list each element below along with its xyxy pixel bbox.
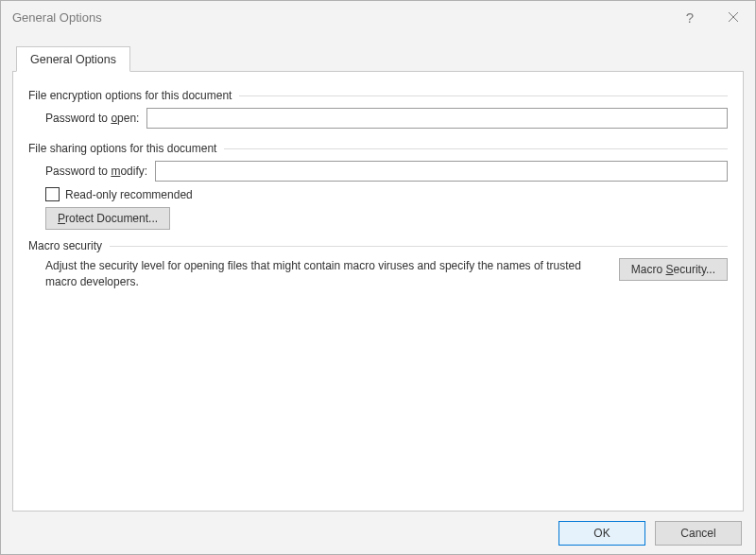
- titlebar: General Options ?: [1, 1, 755, 33]
- readonly-label: Read-only recommended: [65, 188, 193, 201]
- cancel-button[interactable]: Cancel: [655, 521, 742, 546]
- tab-panel: File encryption options for this documen…: [12, 71, 744, 512]
- password-open-row: Password to open:: [45, 108, 728, 129]
- window-title: General Options: [12, 10, 102, 25]
- password-open-input[interactable]: [146, 108, 728, 129]
- readonly-row[interactable]: Read-only recommended: [45, 187, 728, 201]
- dialog-body: General Options File encryption options …: [1, 33, 755, 512]
- password-modify-row: Password to modify:: [45, 161, 728, 182]
- protect-document-button[interactable]: Protect Document...: [45, 207, 170, 230]
- tab-general-options[interactable]: General Options: [16, 46, 130, 72]
- section-macro-heading: Macro security: [28, 239, 728, 252]
- ok-button[interactable]: OK: [558, 521, 645, 546]
- general-options-dialog: General Options ? General Options File e…: [0, 0, 756, 555]
- password-modify-input[interactable]: [155, 161, 728, 182]
- readonly-checkbox[interactable]: [45, 187, 60, 201]
- macro-row: Adjust the security level for opening fi…: [45, 258, 728, 290]
- section-sharing-title: File sharing options for this document: [28, 142, 216, 155]
- section-sharing-heading: File sharing options for this document: [28, 142, 728, 155]
- macro-security-button[interactable]: Macro Security...: [619, 258, 728, 281]
- section-macro-title: Macro security: [28, 239, 102, 252]
- password-open-label: Password to open:: [45, 112, 139, 125]
- close-button[interactable]: [712, 1, 755, 33]
- close-icon: [728, 11, 739, 23]
- dialog-footer: OK Cancel: [1, 512, 755, 554]
- password-modify-label: Password to modify:: [45, 165, 147, 178]
- macro-description: Adjust the security level for opening fi…: [45, 258, 604, 290]
- help-icon: ?: [686, 9, 694, 26]
- help-button[interactable]: ?: [668, 1, 712, 33]
- section-encryption-title: File encryption options for this documen…: [28, 89, 232, 102]
- section-encryption-heading: File encryption options for this documen…: [28, 89, 728, 102]
- protect-row: Protect Document...: [45, 207, 728, 230]
